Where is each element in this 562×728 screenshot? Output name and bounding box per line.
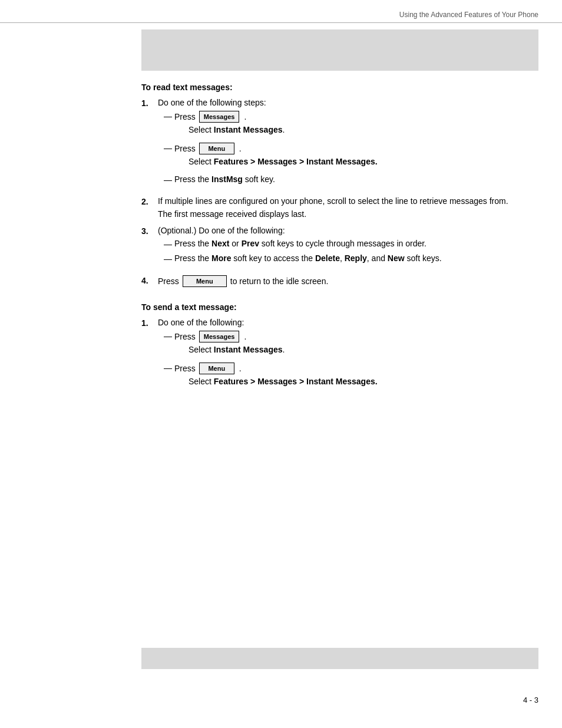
step3-content: (Optional.) Do one of the following: — P…: [158, 226, 538, 268]
step1-number: 1.: [141, 98, 158, 108]
bullet-dash3: —: [164, 174, 174, 185]
s2-menu-key: Menu: [199, 363, 234, 374]
s2-press-menu-row: Press Menu .: [174, 363, 538, 374]
bullet-instmsg: — Press the InstMsg soft key.: [164, 174, 538, 185]
page-number: 4 - 3: [523, 696, 538, 704]
step4-content: Press Menu to return to the idle screen.: [158, 275, 538, 289]
step2-content: If multiple lines are configured on your…: [158, 196, 538, 219]
menu-key-4: Menu: [183, 275, 227, 287]
s2-bullet-menu: — Press Menu . Select Features > Message…: [164, 363, 538, 390]
bullet5-content: Press the More soft key to access the De…: [174, 253, 538, 263]
s2-bullet-messages: — Press Messages . Select Instant Messag…: [164, 331, 538, 358]
s2-select-instant-1: Select Instant Messages.: [189, 345, 538, 354]
bullet-messages: — Press Messages . Select Instant Messag…: [164, 111, 538, 138]
header-divider: [0, 22, 562, 23]
instant-messages-bold-1: Instant Messages: [214, 125, 283, 134]
s2-bullet1-content: Press Messages . Select Instant Messages…: [174, 331, 538, 358]
s2-features-messages-bold-1: Features > Messages > Instant Messages.: [214, 377, 378, 386]
step3-text: (Optional.) Do one of the following:: [158, 226, 285, 235]
period1: .: [244, 112, 246, 121]
step1-block: 1. Do one of the following steps: — Pres…: [141, 98, 538, 189]
s2-press-messages-row: Press Messages .: [174, 331, 538, 342]
new-bold: New: [388, 253, 405, 263]
step2-subtext: The first message received displays last…: [158, 209, 538, 219]
step4-after: to return to the idle screen.: [230, 276, 329, 286]
period2: .: [239, 144, 242, 153]
step4-number: 4.: [141, 275, 158, 285]
s2-press-word-2: Press: [174, 364, 196, 373]
section1-heading: To read text messages:: [141, 83, 538, 92]
press-menu-row-4: Press Menu to return to the idle screen.: [158, 275, 538, 287]
s2-select-features-1: Select Features > Messages > Instant Mes…: [189, 377, 538, 386]
press-menu-row: Press Menu .: [174, 143, 538, 154]
select-features-1: Select Features > Messages > Instant Mes…: [189, 157, 538, 166]
press-word-4: Press: [158, 276, 179, 286]
s2-bullet2-content: Press Menu . Select Features > Messages …: [174, 363, 538, 390]
select-instant-1: Select Instant Messages.: [189, 125, 538, 134]
bullet1-content: Press Messages . Select Instant Messages…: [174, 111, 538, 138]
step4-block: 4. Press Menu to return to the idle scre…: [141, 275, 538, 289]
section2-wrapper: To send a text message: 1. Do one of the…: [141, 302, 538, 394]
delete-bold: Delete: [315, 253, 340, 263]
s2-step1-content: Do one of the following: — Press Message…: [158, 318, 538, 394]
prev-bold: Prev: [242, 239, 259, 248]
s2-period1: .: [244, 332, 246, 341]
step3-bullets: — Press the Next or Prev soft keys to cy…: [164, 239, 538, 263]
bullet-more: — Press the More soft key to access the …: [164, 253, 538, 263]
content-area: To read text messages: 1. Do one of the …: [141, 83, 538, 401]
s2-instant-messages-bold-1: Instant Messages: [214, 345, 283, 354]
step2-text: If multiple lines are configured on your…: [158, 196, 508, 206]
bullet-dash1: —: [164, 111, 174, 121]
bullet-menu: — Press Menu . Select Features > Message…: [164, 143, 538, 170]
bullet-dash4: —: [164, 239, 174, 249]
step1-text: Do one of the following steps:: [158, 98, 266, 107]
s2-step1-text: Do one of the following:: [158, 318, 244, 327]
menu-key-1: Menu: [199, 143, 234, 154]
next-bold: Next: [211, 239, 229, 248]
messages-key: Messages: [199, 111, 240, 123]
s2-press-word-1: Press: [174, 332, 196, 341]
step1-bullets: — Press Messages . Select Instant Messag…: [164, 111, 538, 185]
gray-band-bottom: [141, 648, 538, 669]
step3-block: 3. (Optional.) Do one of the following: …: [141, 226, 538, 268]
s2-step1-bullets: — Press Messages . Select Instant Messag…: [164, 331, 538, 390]
press-messages-row: Press Messages .: [174, 111, 538, 123]
section2-heading: To send a text message:: [141, 302, 538, 312]
more-bold: More: [211, 253, 231, 263]
bullet2-content: Press Menu . Select Features > Messages …: [174, 143, 538, 170]
s2-messages-key: Messages: [199, 331, 240, 342]
s2-period2: .: [239, 364, 242, 373]
page-header-text: Using the Advanced Features of Your Phon…: [399, 11, 538, 19]
press-word-2: Press: [174, 144, 196, 153]
step1-content: Do one of the following steps: — Press M…: [158, 98, 538, 189]
reply-bold: Reply: [345, 253, 367, 263]
gray-band-top: [141, 29, 538, 71]
bullet-next-prev: — Press the Next or Prev soft keys to cy…: [164, 239, 538, 249]
press-word-1: Press: [174, 112, 196, 121]
bullet4-content: Press the Next or Prev soft keys to cycl…: [174, 239, 538, 248]
step3-number: 3.: [141, 226, 158, 236]
bullet-dash2: —: [164, 143, 174, 153]
features-messages-bold-1: Features > Messages > Instant Messages.: [214, 157, 378, 166]
instmsg-bold: InstMsg: [211, 174, 243, 184]
bullet3-content: Press the InstMsg soft key.: [174, 174, 538, 184]
s2-bullet-dash2: —: [164, 363, 174, 373]
step2-block: 2. If multiple lines are configured on y…: [141, 196, 538, 219]
step2-number: 2.: [141, 196, 158, 206]
s2-step1-number: 1.: [141, 318, 158, 328]
s2-step1-block: 1. Do one of the following: — Press Mess…: [141, 318, 538, 394]
s2-bullet-dash1: —: [164, 331, 174, 341]
bullet-dash5: —: [164, 253, 174, 263]
